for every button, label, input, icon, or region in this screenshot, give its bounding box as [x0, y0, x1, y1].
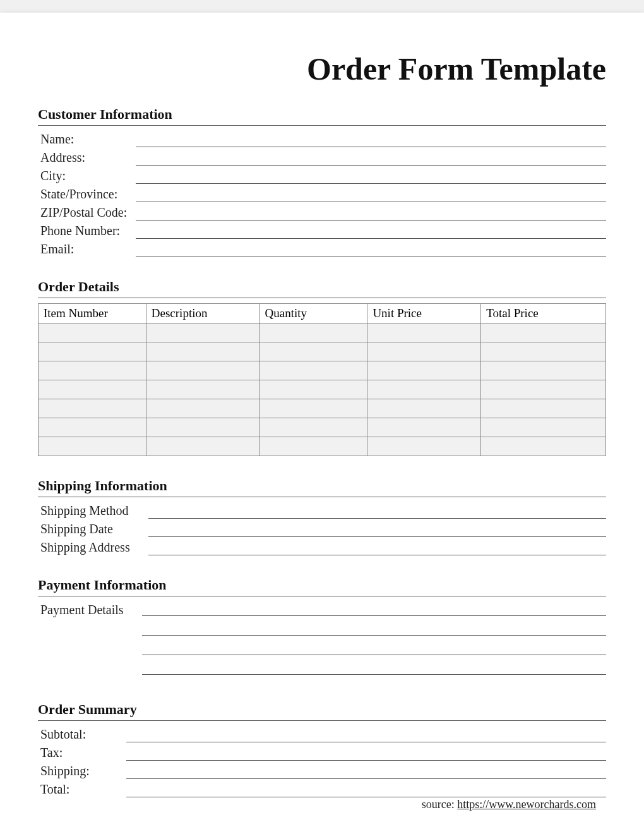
subtotal-input[interactable] [126, 727, 606, 742]
cell[interactable] [481, 418, 606, 437]
payment-details-row: Payment Details [38, 601, 606, 680]
table-row [39, 342, 606, 361]
cell[interactable] [146, 342, 259, 361]
name-input[interactable] [136, 132, 606, 147]
cell[interactable] [259, 418, 367, 437]
city-label: City: [38, 167, 136, 184]
cell[interactable] [481, 361, 606, 380]
cell[interactable] [146, 380, 259, 399]
cell[interactable] [481, 380, 606, 399]
address-label: Address: [38, 149, 136, 166]
cell[interactable] [259, 399, 367, 418]
table-row [39, 323, 606, 342]
order-summary-section: Order Summary Subtotal: Tax: Shipping: T… [38, 701, 606, 797]
cell[interactable] [39, 418, 146, 437]
col-item-number: Item Number [39, 304, 146, 323]
state-row: State/Province: [38, 186, 606, 202]
cell[interactable] [367, 437, 481, 456]
cell[interactable] [367, 342, 481, 361]
zip-label: ZIP/Postal Code: [38, 204, 136, 221]
cell[interactable] [39, 323, 146, 342]
payment-info-section: Payment Information Payment Details [38, 577, 606, 680]
state-label: State/Province: [38, 186, 136, 202]
cell[interactable] [259, 437, 367, 456]
shipping-info-heading: Shipping Information [38, 478, 606, 497]
cell[interactable] [146, 399, 259, 418]
cell[interactable] [39, 399, 146, 418]
name-label: Name: [38, 131, 136, 147]
table-row [39, 437, 606, 456]
shipping-address-input[interactable] [148, 540, 606, 555]
subtotal-label: Subtotal: [38, 726, 126, 742]
cell[interactable] [367, 323, 481, 342]
table-row [39, 361, 606, 380]
order-form-page: Order Form Template Customer Information… [0, 13, 644, 834]
cell[interactable] [259, 342, 367, 361]
payment-line-2[interactable] [142, 621, 606, 636]
email-row: Email: [38, 241, 606, 257]
cell[interactable] [481, 399, 606, 418]
total-row: Total: [38, 781, 606, 797]
cell[interactable] [39, 437, 146, 456]
shipping-method-row: Shipping Method [38, 502, 606, 519]
col-total-price: Total Price [481, 304, 606, 323]
customer-info-section: Customer Information Name: Address: City… [38, 106, 606, 257]
payment-line-4[interactable] [142, 660, 606, 675]
source-line: source: https://www.neworchards.com [422, 798, 596, 811]
table-row [39, 418, 606, 437]
col-unit-price: Unit Price [367, 304, 481, 323]
tax-row: Tax: [38, 744, 606, 761]
order-table-body [39, 323, 606, 456]
phone-input[interactable] [136, 224, 606, 239]
address-row: Address: [38, 149, 606, 166]
shipping-date-label: Shipping Date [38, 521, 148, 537]
cell[interactable] [367, 399, 481, 418]
cell[interactable] [367, 380, 481, 399]
table-row [39, 399, 606, 418]
source-link[interactable]: https://www.neworchards.com [457, 798, 596, 811]
tax-input[interactable] [126, 746, 606, 761]
table-row [39, 380, 606, 399]
phone-label: Phone Number: [38, 222, 136, 239]
cell[interactable] [481, 323, 606, 342]
cell[interactable] [259, 380, 367, 399]
order-details-heading: Order Details [38, 279, 606, 298]
shipping-cost-input[interactable] [126, 764, 606, 779]
cell[interactable] [259, 361, 367, 380]
cell[interactable] [259, 323, 367, 342]
shipping-method-label: Shipping Method [38, 502, 148, 519]
address-input[interactable] [136, 150, 606, 166]
zip-input[interactable] [136, 205, 606, 221]
tax-label: Tax: [38, 744, 126, 761]
subtotal-row: Subtotal: [38, 726, 606, 742]
cell[interactable] [146, 418, 259, 437]
order-table-header-row: Item Number Description Quantity Unit Pr… [39, 304, 606, 323]
cell[interactable] [481, 342, 606, 361]
cell[interactable] [367, 361, 481, 380]
payment-details-label: Payment Details [38, 601, 142, 680]
total-input[interactable] [126, 782, 606, 797]
cell[interactable] [146, 437, 259, 456]
state-input[interactable] [136, 187, 606, 202]
payment-line-1[interactable] [142, 601, 606, 616]
payment-line-3[interactable] [142, 641, 606, 655]
city-input[interactable] [136, 169, 606, 184]
shipping-cost-row: Shipping: [38, 763, 606, 779]
payment-info-heading: Payment Information [38, 577, 606, 596]
phone-row: Phone Number: [38, 222, 606, 239]
shipping-info-section: Shipping Information Shipping Method Shi… [38, 478, 606, 555]
cell[interactable] [146, 361, 259, 380]
shipping-date-input[interactable] [148, 522, 606, 537]
col-quantity: Quantity [259, 304, 367, 323]
cell[interactable] [39, 380, 146, 399]
shipping-method-input[interactable] [148, 504, 606, 519]
total-label: Total: [38, 781, 126, 797]
cell[interactable] [39, 361, 146, 380]
cell[interactable] [481, 437, 606, 456]
cell[interactable] [39, 342, 146, 361]
zip-row: ZIP/Postal Code: [38, 204, 606, 221]
shipping-address-row: Shipping Address [38, 539, 606, 555]
email-input[interactable] [136, 242, 606, 257]
cell[interactable] [146, 323, 259, 342]
cell[interactable] [367, 418, 481, 437]
